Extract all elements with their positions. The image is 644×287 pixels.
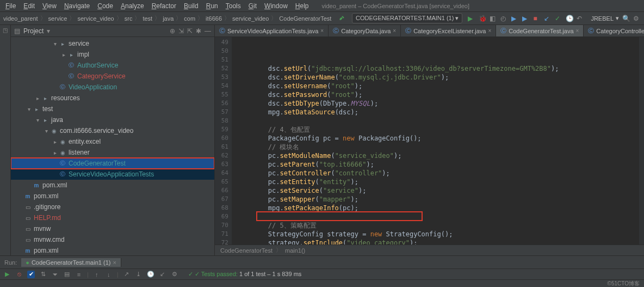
tree-item[interactable]: ▾◉com.it6666.service_video: [11, 125, 214, 136]
class-icon: Ⓒ: [59, 160, 66, 167]
gear-icon[interactable]: ✱: [196, 27, 201, 35]
stop-run-icon[interactable]: ⦸: [15, 271, 23, 278]
hammer-icon[interactable]: [339, 15, 346, 22]
tree-item[interactable]: ⒸAuthorService: [11, 60, 214, 71]
menu-refactor[interactable]: Refactor: [148, 1, 179, 11]
tree-item[interactable]: ▸▸impl: [11, 49, 214, 60]
breadcrumb-item[interactable]: src: [125, 15, 133, 22]
breadcrumb-item[interactable]: it6666: [206, 15, 222, 22]
jrebel-label[interactable]: JREBEL ▾: [591, 15, 619, 22]
menu-git[interactable]: Git: [245, 1, 260, 11]
import-icon[interactable]: ⤓: [135, 271, 143, 278]
hide-panel-icon[interactable]: —: [205, 27, 211, 35]
tree-item[interactable]: mpom.xml: [11, 245, 214, 255]
pin-icon[interactable]: ↙: [159, 271, 166, 278]
breadcrumb-item[interactable]: java: [163, 15, 174, 22]
breadcrumb-item[interactable]: service_video: [232, 15, 269, 22]
tree-item[interactable]: ▾▸service: [11, 38, 214, 49]
settings2-icon[interactable]: ⚙: [171, 271, 178, 278]
tree-item[interactable]: ▸◉entity.excel: [11, 136, 214, 147]
filter-icon[interactable]: ⏷: [51, 271, 59, 278]
breadcrumb-item[interactable]: CodeGeneratorTest: [279, 15, 331, 22]
editor-breadcrumb-item[interactable]: main1(): [285, 247, 305, 254]
tree-item[interactable]: ▾▸test: [11, 103, 214, 114]
tree-item[interactable]: ⒸCategoryService: [11, 71, 214, 82]
menu-navigate[interactable]: Navigate: [61, 1, 93, 11]
jrebel-run-icon[interactable]: ▶: [511, 15, 519, 22]
close-icon[interactable]: ×: [113, 259, 116, 266]
expand-all-icon[interactable]: ⇲: [178, 27, 184, 35]
breadcrumb-item[interactable]: test: [143, 15, 152, 22]
menu-help[interactable]: Help: [292, 1, 312, 11]
sort-icon[interactable]: ⇅: [39, 271, 47, 278]
run-config-select[interactable]: CODEGENERATORTEST.MAIN1 (1) ▾: [352, 13, 462, 23]
git-commit-icon[interactable]: ✓: [555, 15, 562, 22]
run-tab[interactable]: ● CodeGeneratorTest.main1 (1) ×: [21, 258, 121, 267]
export-icon[interactable]: ↗: [123, 271, 131, 278]
menu-analyze[interactable]: Analyze: [117, 1, 147, 11]
code-editor[interactable]: 4950515253545556575859606162636465666768…: [215, 37, 644, 245]
menu-view[interactable]: View: [39, 1, 60, 11]
error-stripe[interactable]: [639, 37, 644, 245]
menu-window[interactable]: Window: [261, 1, 291, 11]
tree-item[interactable]: ⒸVideoApplication: [11, 82, 214, 93]
run-icon[interactable]: ▶: [468, 15, 475, 22]
menu-build[interactable]: Build: [181, 1, 202, 11]
stop-icon[interactable]: ■: [533, 15, 541, 22]
tree-item[interactable]: ▾▸java: [11, 114, 214, 125]
close-icon[interactable]: ×: [393, 28, 396, 34]
tree-item[interactable]: ⒸCodeGeneratorTest: [11, 158, 214, 169]
menu-file[interactable]: File: [2, 1, 19, 11]
expand-icon[interactable]: ▤: [63, 271, 71, 278]
tree-item[interactable]: ▭mvnw: [11, 223, 214, 234]
tree-item[interactable]: ▭HELP.md: [11, 212, 214, 223]
rerun-icon[interactable]: ▶: [3, 271, 11, 278]
editor-tab[interactable]: ⒸServiceVideoApplicationTests.java×: [215, 25, 329, 36]
coverage-icon[interactable]: ◧: [490, 15, 497, 22]
project-tree[interactable]: ▾▸service▸▸implⒸAuthorServiceⒸCategorySe…: [11, 37, 214, 255]
prev-icon[interactable]: ↑: [93, 271, 101, 278]
history-icon[interactable]: 🕒: [147, 271, 154, 278]
jrebel-debug-icon[interactable]: ▶: [522, 15, 530, 22]
editor-tab[interactable]: ⒸCategoryData.java×: [329, 25, 401, 36]
breadcrumb-item[interactable]: com: [184, 15, 195, 22]
menu-run[interactable]: Run: [203, 1, 221, 11]
toggle-tests-icon[interactable]: ✔: [27, 271, 35, 278]
collapse-icon[interactable]: ≡: [75, 271, 83, 278]
menu-edit[interactable]: Edit: [20, 1, 38, 11]
tree-item[interactable]: mpom.xml: [11, 180, 214, 191]
git-update-icon[interactable]: ↙: [544, 15, 552, 22]
editor-breadcrumb[interactable]: CodeGeneratorTest〉main1(): [215, 245, 644, 255]
tree-item[interactable]: ▭mvnw.cmd: [11, 234, 214, 245]
debug-icon[interactable]: 🐞: [479, 15, 486, 22]
close-icon[interactable]: ×: [320, 28, 324, 34]
git-revert-icon[interactable]: ↶: [577, 15, 584, 22]
editor-breadcrumb-item[interactable]: CodeGeneratorTest: [220, 247, 273, 254]
profile-icon[interactable]: ◴: [500, 15, 508, 22]
tab-label: CategoryExcelListener.java: [413, 28, 486, 34]
tree-item[interactable]: mpom.xml: [11, 191, 214, 201]
breadcrumb-item[interactable]: service_video: [77, 15, 114, 22]
project-tab-icon[interactable]: ◳: [3, 27, 8, 33]
select-opened-file-icon[interactable]: ⊕: [170, 27, 175, 35]
editor-tab[interactable]: ⒸCodeGeneratorTest.java×: [496, 25, 584, 36]
search-icon[interactable]: 🔍: [622, 15, 630, 22]
tree-item[interactable]: ▭.gitignore: [11, 201, 214, 212]
tree-item[interactable]: ⒸServiceVideoApplicationTests: [11, 169, 214, 180]
next-icon[interactable]: ↓: [105, 271, 113, 278]
settings-icon[interactable]: ⚙: [633, 15, 641, 22]
menu-tools[interactable]: Tools: [222, 1, 244, 11]
editor-tab[interactable]: ⒸCategoryController.java×: [584, 25, 644, 36]
code-content[interactable]: dsc.setUrl("jdbc:mysql://localhost:3306/…: [232, 37, 639, 245]
tree-item[interactable]: ▸◉listener: [11, 147, 214, 158]
breadcrumb-item[interactable]: video_parent: [3, 15, 38, 22]
tree-item[interactable]: ▸▸resources: [11, 93, 214, 103]
view-mode-dropdown[interactable]: ▾: [47, 27, 50, 35]
collapse-all-icon[interactable]: ⇱: [187, 27, 193, 35]
breadcrumb-item[interactable]: service: [48, 15, 67, 22]
git-history-icon[interactable]: 🕒: [566, 15, 573, 22]
editor-tab[interactable]: ⒸCategoryExcelListener.java×: [401, 25, 496, 36]
close-icon[interactable]: ×: [576, 28, 579, 34]
menu-code[interactable]: Code: [94, 1, 116, 11]
close-icon[interactable]: ×: [488, 28, 491, 34]
